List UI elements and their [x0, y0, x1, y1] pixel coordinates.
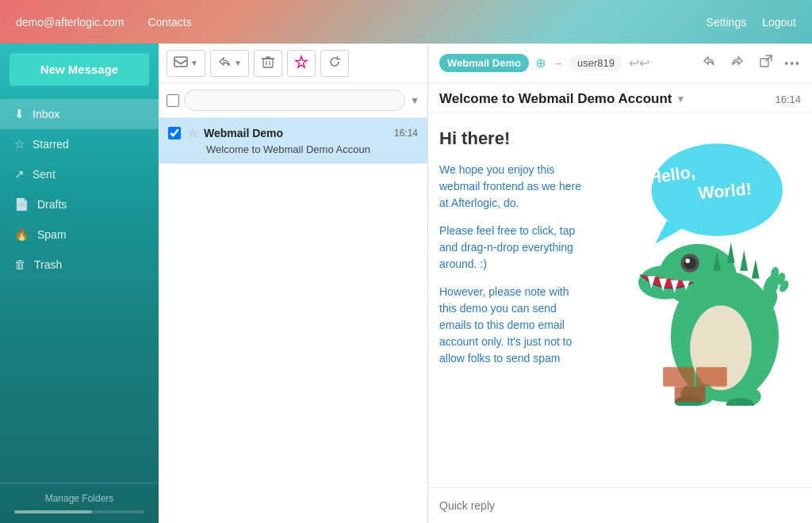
sent-icon: ↗: [14, 167, 25, 181]
email-view-actions: •••: [699, 51, 801, 75]
email-checkbox[interactable]: [168, 127, 181, 139]
email-body[interactable]: Hi there! We hope you enjoy this webmail…: [428, 113, 812, 487]
search-bar: ▼: [159, 83, 427, 118]
search-input[interactable]: [184, 90, 405, 111]
starred-icon: ☆: [14, 137, 25, 151]
select-all-checkbox[interactable]: [167, 94, 179, 107]
sidebar-item-drafts[interactable]: 📄 Drafts: [0, 189, 159, 220]
settings-link[interactable]: Settings: [707, 16, 747, 29]
refresh-button[interactable]: [320, 50, 349, 77]
sidebar-scrollbar-thumb: [14, 510, 92, 513]
external-link-icon[interactable]: [756, 51, 776, 75]
email-subject-title: Welcome to Webmail Demo Account: [439, 91, 672, 107]
sidebar-label-sent: Sent: [33, 168, 56, 181]
svg-point-8: [619, 137, 646, 152]
contacts-link[interactable]: Contacts: [147, 16, 191, 29]
svg-point-26: [684, 257, 696, 269]
email-paragraph-3: However, please note with this demo you …: [439, 284, 587, 367]
reply-icon: [217, 55, 232, 72]
top-bar-left: demo@afterlogic.com Contacts: [16, 16, 192, 29]
svg-point-11: [708, 127, 733, 141]
email-greeting: Hi there!: [439, 128, 587, 149]
svg-rect-44: [696, 367, 727, 386]
logout-link[interactable]: Logout: [762, 16, 796, 29]
inbox-icon: ⬇: [14, 107, 25, 121]
svg-marker-29: [727, 242, 735, 263]
reply-all-icon[interactable]: ↩↩: [629, 55, 649, 71]
refresh-icon: [327, 55, 342, 72]
sidebar-scrollbar[interactable]: [14, 510, 144, 513]
email-subject-bar: Welcome to Webmail Demo Account ▼ 16:14: [428, 83, 812, 113]
new-message-button[interactable]: New Message: [10, 53, 149, 86]
top-bar: demo@afterlogic.com Contacts Settings Lo…: [0, 0, 812, 44]
delete-button[interactable]: [254, 50, 282, 77]
reply-button[interactable]: ▼: [210, 50, 249, 77]
sidebar-item-sent[interactable]: ↗ Sent: [0, 159, 159, 189]
email-from-section: Webmail Demo ⊕ → user819 ↩↩: [439, 54, 649, 72]
trash-icon: 🗑: [14, 258, 26, 271]
move-button[interactable]: ▼: [167, 50, 205, 77]
email-subject-preview: Welcome to Webmail Demo Accoun: [168, 143, 418, 155]
quick-reply-input[interactable]: [439, 499, 801, 512]
email-list: ☆ Webmail Demo 16:14 Welcome to Webmail …: [159, 118, 427, 164]
spam-icon: 🔥: [14, 227, 29, 242]
sidebar-footer: Manage Folders: [0, 483, 159, 523]
more-options-icon[interactable]: •••: [784, 57, 801, 70]
email-paragraph-2: Please feel free to click, tap and drag-…: [439, 223, 587, 273]
email-list-panel: ▼ ▼: [159, 44, 428, 523]
email-list-item[interactable]: ☆ Webmail Demo 16:14 Welcome to Webmail …: [159, 118, 427, 164]
mark-icon: [294, 55, 308, 72]
email-to-field: user819: [569, 55, 622, 71]
reply-dropdown-arrow: ▼: [234, 59, 242, 67]
sidebar-item-trash[interactable]: 🗑 Trash: [0, 250, 159, 279]
email-paragraph-1: We hope you enjoy this webmail frontend …: [439, 162, 587, 212]
sidebar-label-inbox: Inbox: [33, 108, 59, 120]
sidebar-label-trash: Trash: [34, 258, 62, 271]
from-name-badge: Webmail Demo: [439, 54, 529, 72]
svg-point-10: [732, 124, 760, 139]
arrow-right-icon: →: [552, 57, 563, 70]
sidebar-item-inbox[interactable]: ⬇ Inbox: [0, 99, 159, 129]
email-time: 16:14: [394, 128, 418, 139]
svg-point-27: [685, 258, 690, 263]
svg-point-7: [642, 133, 676, 151]
email-item-header: ☆ Webmail Demo 16:14: [168, 126, 418, 140]
subject-chevron-icon[interactable]: ▼: [676, 94, 685, 105]
sidebar-nav: ⬇ Inbox ☆ Starred ↗ Sent 📄 Drafts 🔥 Spam…: [0, 99, 159, 483]
drafts-icon: 📄: [14, 197, 29, 212]
main-content: New Message ⬇ Inbox ☆ Starred ↗ Sent 📄 D…: [0, 44, 812, 523]
svg-rect-45: [675, 387, 706, 402]
sidebar-item-spam[interactable]: 🔥 Spam: [0, 220, 159, 250]
mark-button[interactable]: [287, 50, 316, 77]
sidebar: New Message ⬇ Inbox ☆ Starred ↗ Sent 📄 D…: [0, 44, 159, 523]
subject-with-chevron: Welcome to Webmail Demo Account ▼: [439, 91, 685, 107]
user-email: demo@afterlogic.com: [16, 16, 124, 29]
email-view-panel: Webmail Demo ⊕ → user819 ↩↩ •••: [428, 44, 812, 523]
email-body-content: Hi there! We hope you enjoy this webmail…: [439, 120, 801, 409]
email-text-section: Hi there! We hope you enjoy this webmail…: [439, 120, 587, 409]
sidebar-label-starred: Starred: [33, 138, 69, 151]
email-received-time: 16:14: [775, 94, 801, 105]
email-illustration: Hello, World!: [595, 120, 801, 409]
svg-rect-43: [663, 367, 694, 386]
email-view-header: Webmail Demo ⊕ → user819 ↩↩ •••: [428, 44, 812, 83]
move-dropdown-arrow: ▼: [190, 59, 198, 67]
email-item-left: ☆ Webmail Demo: [168, 126, 283, 140]
email-star-icon[interactable]: ☆: [187, 126, 197, 140]
sidebar-label-drafts: Drafts: [37, 198, 67, 211]
sidebar-item-starred[interactable]: ☆ Starred: [0, 129, 159, 159]
svg-rect-0: [174, 57, 187, 67]
svg-marker-31: [752, 259, 760, 278]
manage-folders-link[interactable]: Manage Folders: [14, 493, 144, 504]
search-dropdown[interactable]: ▼: [410, 95, 419, 106]
email-sender: Webmail Demo: [204, 127, 283, 139]
delete-icon: [261, 55, 275, 72]
add-contact-icon[interactable]: ⊕: [535, 55, 546, 71]
forward-icon[interactable]: [727, 51, 748, 75]
svg-rect-1: [263, 59, 273, 67]
move-icon: [174, 55, 188, 72]
top-bar-right: Settings Logout: [707, 16, 796, 29]
email-toolbar: ▼ ▼: [159, 44, 427, 83]
quick-reply-bar: [428, 487, 812, 523]
reply-back-icon[interactable]: [699, 51, 719, 75]
